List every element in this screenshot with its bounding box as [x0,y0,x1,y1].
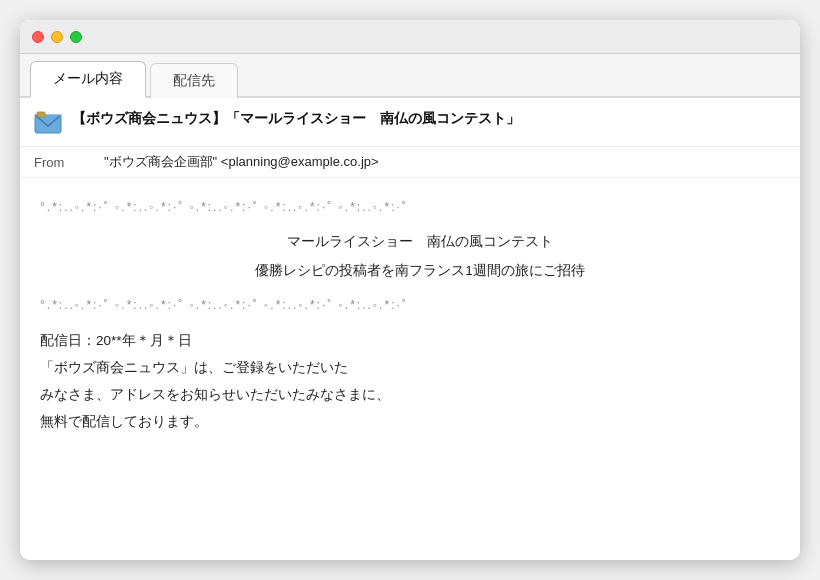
mail-icon [34,110,62,138]
from-row: From "ボウズ商会企画部" <planning@example.co.jp> [20,147,800,178]
main-window: メール内容 配信先 【ボウズ商会ニュウス】「マールライスショー 南仏の風コンテス… [20,20,800,560]
email-body: °.*:..◦.*:·˚ ◦.*:..◦.*:·˚ ◦.*:..◦.*:·˚ ◦… [20,178,800,455]
body-line-3: みなさま、アドレスをお知らせいただいたみなさまに、 [40,381,780,408]
tabs-bar: メール内容 配信先 [20,54,800,98]
svg-rect-2 [37,112,45,117]
body-line-2: 「ボウズ商会ニュウス」は、ご登録をいただいた [40,354,780,381]
body-text: 配信日：20**年＊月＊日 「ボウズ商会ニュウス」は、ご登録をいただいた みなさ… [40,327,780,435]
titlebar [20,20,800,54]
minimize-button[interactable] [51,31,63,43]
traffic-lights [32,31,82,43]
email-subject: 【ボウズ商会ニュウス】「マールライスショー 南仏の風コンテスト」 [72,108,786,129]
close-button[interactable] [32,31,44,43]
body-line-4: 無料で配信しております。 [40,408,780,435]
body-line-1: 配信日：20**年＊月＊日 [40,327,780,354]
content-area: 【ボウズ商会ニュウス】「マールライスショー 南仏の風コンテスト」 From "ボ… [20,98,800,560]
divider-top: °.*:..◦.*:·˚ ◦.*:..◦.*:·˚ ◦.*:..◦.*:·˚ ◦… [40,196,780,219]
divider-bottom: °.*:..◦.*:·˚ ◦.*:..◦.*:·˚ ◦.*:..◦.*:·˚ ◦… [40,294,780,317]
promo-subtitle: 優勝レシピの投稿者を南フランス1週間の旅にご招待 [40,258,780,284]
tab-mail-content[interactable]: メール内容 [30,61,146,98]
promo-title: マールライスショー 南仏の風コンテスト [40,229,780,255]
from-value: "ボウズ商会企画部" <planning@example.co.jp> [104,153,379,171]
tab-recipients[interactable]: 配信先 [150,63,238,98]
from-label: From [34,155,84,170]
maximize-button[interactable] [70,31,82,43]
email-header-row: 【ボウズ商会ニュウス】「マールライスショー 南仏の風コンテスト」 [20,98,800,147]
